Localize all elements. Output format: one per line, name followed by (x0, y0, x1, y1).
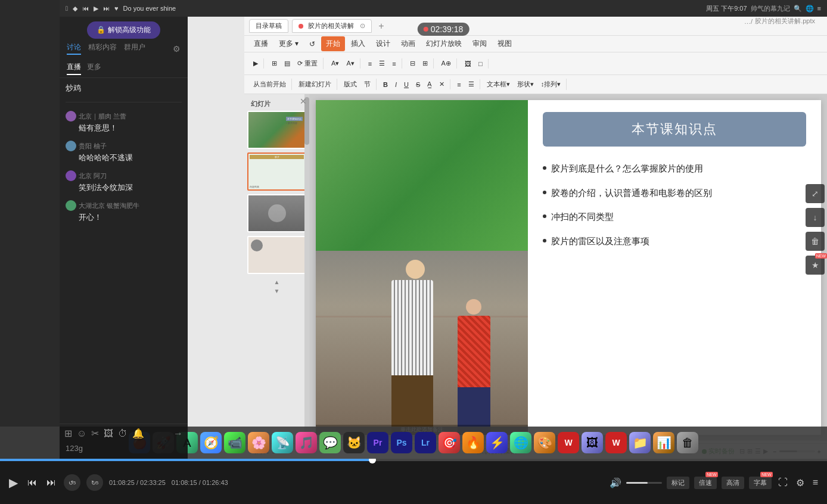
music-play[interactable]: ▶ (94, 5, 98, 13)
dock-photos[interactable]: 🌸 (248, 432, 269, 453)
volume-bar[interactable] (626, 482, 662, 484)
ribbon-tab-refresh[interactable]: ↺ (304, 38, 320, 51)
slide-thumb-1[interactable]: 本节课知识点 • 胶片内容 (247, 111, 306, 149)
dock-app2[interactable]: 🐱 (343, 432, 365, 453)
view-list-btn[interactable]: ▤ (281, 58, 293, 69)
ppt-tab-main[interactable]: 胶片的相关讲解 ⊙ (292, 19, 372, 33)
slide-thumb-3[interactable] (247, 194, 306, 232)
dock-finder2[interactable]: 📁 (629, 432, 651, 453)
share-btn[interactable]: ⤢ (806, 184, 825, 203)
ribbon-tab-live[interactable]: 直播 (249, 36, 273, 51)
chat-subtab-more[interactable]: 更多 (87, 62, 101, 75)
dock-app4[interactable]: 🔥 (462, 432, 484, 453)
chat-more-btn[interactable]: → (173, 428, 183, 439)
prev-btn[interactable]: ⏮ (26, 475, 39, 490)
view-grid-btn[interactable]: ⊞ (269, 58, 280, 69)
chat-group-icon[interactable]: ⊞ (64, 428, 72, 439)
style-btn[interactable]: A⊕ (439, 58, 454, 69)
bookmark-btn[interactable]: NEW ★ (806, 256, 825, 275)
ribbon-tab-insert[interactable]: 插入 (346, 36, 370, 51)
chat-tab-highlights[interactable]: 精彩内容 (88, 42, 117, 55)
dock-app6[interactable]: 🎨 (534, 432, 555, 453)
dock-premiere[interactable]: Pr (367, 432, 388, 453)
dock-preview[interactable]: 🖼 (582, 432, 603, 453)
music-prev[interactable]: ⏮ (82, 5, 89, 12)
quality-tag[interactable]: 高清 (722, 477, 744, 489)
ppt-tab-draft[interactable]: 目录草稿 (249, 19, 288, 33)
more-btn[interactable]: ≡ (811, 475, 820, 490)
align-left[interactable]: ≡ (365, 59, 375, 69)
next-btn[interactable]: ⏭ (45, 475, 58, 490)
chat-emoji-icon[interactable]: ☺ (77, 428, 86, 439)
mac-menu[interactable]: ≡ (817, 5, 821, 12)
skip-fwd-bubble[interactable]: ↻ 5 (86, 474, 103, 491)
dock-facetime[interactable]: 📹 (224, 432, 245, 453)
download-btn[interactable]: ↓ (806, 208, 825, 227)
strikethrough-btn[interactable]: S (413, 80, 423, 89)
play-pause-btn[interactable]: ▶ (7, 474, 20, 491)
font-size[interactable]: A▾ (343, 58, 357, 69)
dock-app7[interactable]: 📊 (653, 432, 674, 453)
chat-scissors-icon[interactable]: ✂ (91, 428, 99, 439)
dock-wechat[interactable]: 💬 (319, 432, 341, 453)
dock-app3[interactable]: 🎯 (439, 432, 460, 453)
highlight-btn[interactable]: A̲ (424, 79, 435, 89)
para-align-btn[interactable]: ≡ (454, 80, 464, 89)
subtitle-tag[interactable]: 字幕 (749, 477, 772, 489)
dock-lightroom[interactable]: Lr (415, 432, 436, 453)
ribbon-tab-more[interactable]: 更多 ▾ (274, 36, 303, 51)
ribbon-tab-design[interactable]: 设计 (371, 36, 395, 51)
fullscreen-btn[interactable]: ⛶ (776, 475, 789, 490)
chat-tab-discuss[interactable]: 讨论 (67, 42, 81, 55)
dock-app5[interactable]: ⚡ (486, 432, 508, 453)
chat-bell-icon[interactable]: 🔔 (132, 428, 144, 439)
textbox-btn[interactable]: 文本框▾ (484, 79, 513, 90)
chat-timer-icon[interactable]: ⏱ (118, 428, 128, 439)
align-center[interactable]: ☰ (376, 58, 388, 69)
settings-btn[interactable]: ⚙ (794, 475, 806, 490)
slide-thumb-2[interactable]: 胶片 内容列表 (247, 153, 306, 191)
align-right[interactable]: ≡ (389, 59, 399, 69)
indent-btn[interactable]: ⊟ (407, 58, 418, 69)
para-list-btn[interactable]: ☰ (465, 79, 477, 89)
new-slide-btn[interactable]: 新建幻灯片 (296, 79, 334, 90)
mac-search[interactable]: 🔍 (794, 5, 802, 13)
mark-tag[interactable]: 标记 (667, 477, 689, 489)
chat-input-placeholder[interactable]: 123g (64, 441, 183, 455)
dock-wps2[interactable]: W (605, 432, 627, 453)
shape-btn[interactable]: □ (475, 59, 486, 69)
dock-trash[interactable]: 🗑 (677, 432, 698, 453)
chat-settings-icon[interactable]: ⚙ (173, 44, 181, 54)
panel-scroll-up[interactable]: ▲ (247, 278, 306, 287)
dock-app1[interactable]: 🎵 (296, 432, 317, 453)
format-btn[interactable]: 版式 (341, 79, 360, 90)
italic-btn[interactable]: I (392, 80, 400, 89)
shapes2-btn[interactable]: 形状▾ (514, 79, 537, 90)
underline-btn[interactable]: U (401, 80, 412, 89)
ribbon-tab-slideshow[interactable]: 幻灯片放映 (421, 36, 467, 51)
ribbon-tab-start[interactable]: 开始 (321, 36, 345, 51)
panel-scroll-down[interactable]: ▼ (247, 287, 306, 295)
chat-subtab-live[interactable]: 直播 (67, 62, 81, 75)
music-next[interactable]: ⏭ (103, 5, 110, 12)
add-tab-button[interactable]: + (375, 20, 387, 32)
bold-btn[interactable]: B (380, 80, 391, 89)
color-btn[interactable]: ✕ (436, 79, 447, 89)
image-btn[interactable]: 🖼 (462, 59, 474, 69)
speed-tag[interactable]: 倍速 (694, 477, 717, 489)
dock-safari[interactable]: 🧭 (200, 432, 222, 453)
delete-btn[interactable]: 🗑 (806, 232, 825, 251)
from-start-btn[interactable]: 从当前开始 (250, 79, 289, 90)
dock-browser[interactable]: 🌐 (510, 432, 531, 453)
outdent-btn[interactable]: ⊞ (419, 58, 431, 69)
skip-back-bubble[interactable]: ↺ 5 (64, 474, 80, 491)
panel-scrollbar[interactable] (304, 94, 309, 441)
section-btn[interactable]: 节 (361, 79, 374, 90)
dock-airdrop[interactable]: 📡 (272, 432, 293, 453)
tab-options[interactable]: ⊙ (360, 22, 365, 30)
ribbon-tab-review[interactable]: 审阅 (468, 36, 492, 51)
ribbon-tab-animation[interactable]: 动画 (396, 36, 420, 51)
font-select[interactable]: A▾ (328, 58, 342, 69)
arrange-btn[interactable]: ↕排列▾ (538, 79, 564, 90)
reset-btn[interactable]: ⟳ 重置 (294, 58, 321, 69)
